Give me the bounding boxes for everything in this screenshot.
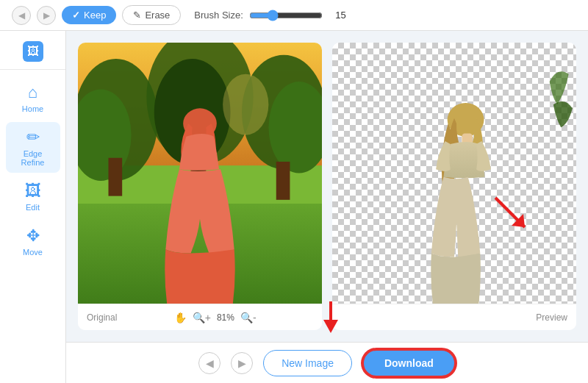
zoom-value-original: 81% <box>217 312 234 323</box>
keep-button[interactable]: Keep <box>62 6 116 24</box>
prev-button[interactable]: ◀ <box>198 352 220 374</box>
redo-button[interactable]: ▶ <box>37 6 56 25</box>
sidebar-home-label: Home <box>22 104 43 113</box>
main-layout: 🖼 ⌂ Home ✏ Edge Refine 🖼 Edit ✥ Move <box>0 31 588 383</box>
bottom-bar: ◀ ▶ New Image Download <box>66 342 588 383</box>
hand-tool-btn[interactable]: ✋ <box>174 312 187 323</box>
sidebar-item-move[interactable]: ✥ Move <box>6 221 60 262</box>
preview-label: Preview <box>536 312 567 323</box>
home-icon: ⌂ <box>28 83 37 102</box>
panels-row: Original ✋ 🔍+ 81% 🔍- <box>66 31 588 342</box>
toolbar: ◀ ▶ Keep Erase Brush Size: 15 <box>0 0 588 31</box>
original-image-container[interactable] <box>78 43 322 304</box>
brush-size-label: Brush Size: <box>194 10 243 21</box>
svg-point-12 <box>223 74 268 135</box>
sidebar-item-edit[interactable]: 🖼 Edit <box>6 176 60 218</box>
svg-rect-5 <box>109 158 123 196</box>
edit-icon: 🖼 <box>25 182 41 201</box>
sidebar: 🖼 ⌂ Home ✏ Edge Refine 🖼 Edit ✥ Move <box>0 31 66 383</box>
new-image-button[interactable]: New Image <box>263 350 352 376</box>
preview-panel: Preview <box>332 43 576 330</box>
original-panel: Original ✋ 🔍+ 81% 🔍- <box>78 43 322 330</box>
sidebar-edit-label: Edit <box>26 203 40 212</box>
content-area: Original ✋ 🔍+ 81% 🔍- <box>66 31 588 383</box>
edge-refine-icon: ✏ <box>26 128 40 147</box>
original-footer-controls: ✋ 🔍+ 81% 🔍- <box>174 312 257 323</box>
zoom-in-original-btn[interactable]: 🔍+ <box>193 312 211 323</box>
sidebar-edge-refine-label: Edge Refine <box>13 149 53 167</box>
erase-button[interactable]: Erase <box>122 5 181 25</box>
preview-panel-footer: Preview <box>332 304 576 330</box>
logo-icon: 🖼 <box>23 41 43 62</box>
original-panel-footer: Original ✋ 🔍+ 81% 🔍- <box>78 304 322 330</box>
original-image-svg <box>78 43 322 304</box>
undo-button[interactable]: ◀ <box>12 6 31 25</box>
download-button[interactable]: Download <box>362 349 456 377</box>
sidebar-move-label: Move <box>23 248 43 257</box>
svg-rect-11 <box>276 162 290 200</box>
preview-image-container[interactable] <box>332 43 576 304</box>
next-button[interactable]: ▶ <box>231 352 253 374</box>
zoom-out-original-btn[interactable]: 🔍- <box>240 312 257 323</box>
sidebar-item-edge-refine[interactable]: ✏ Edge Refine <box>6 122 60 173</box>
move-icon: ✥ <box>26 226 40 246</box>
sidebar-item-home[interactable]: ⌂ Home <box>6 77 60 119</box>
original-label: Original <box>87 312 117 323</box>
brush-slider[interactable] <box>249 10 323 21</box>
app-logo: 🖼 <box>0 37 65 70</box>
brush-value: 15 <box>329 10 346 21</box>
preview-image-svg <box>332 43 576 304</box>
toolbar-left: ◀ ▶ Keep Erase Brush Size: 15 <box>12 5 346 25</box>
